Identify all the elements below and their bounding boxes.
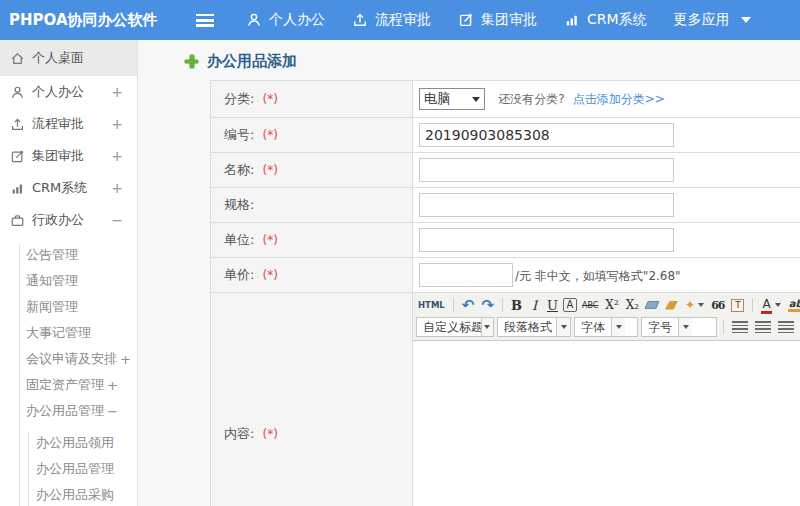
custom-heading-dropdown[interactable]: 自定义标题 — [416, 317, 494, 337]
strikethrough-button[interactable]: ABC — [580, 296, 600, 314]
subitem-label: 办公用品领用 — [36, 434, 114, 452]
required-mark: (*) — [263, 233, 278, 247]
expand-plus-icon[interactable]: + — [111, 84, 123, 100]
caret-down-icon — [775, 303, 781, 307]
page-title-text: 办公用品添加 — [207, 52, 297, 71]
sidebar-subitem-news-mgmt[interactable]: 新闻管理 — [0, 294, 137, 320]
spec-value-cell — [413, 188, 800, 223]
sidebar-item-group-approval[interactable]: 集团审批 + — [0, 140, 137, 172]
caret-down-icon — [611, 318, 625, 336]
sidebar-subitem-fixed-assets-mgmt[interactable]: 固定资产管理 + — [0, 372, 137, 398]
sidebar-item-personal-desktop[interactable]: 个人桌面 — [0, 40, 137, 76]
field-label: 单价: — [224, 267, 254, 282]
form-row-name: 名称: (*) — [211, 153, 800, 188]
dropdown-label: 自定义标题 — [417, 319, 481, 336]
expand-plus-icon[interactable]: + — [111, 148, 123, 164]
wand-icon: ✦ — [685, 298, 695, 312]
subitem-label: 通知管理 — [26, 272, 78, 290]
format-brush-icon[interactable] — [663, 296, 680, 314]
blockquote-button[interactable]: 66 — [709, 296, 726, 314]
field-label: 名称: — [224, 162, 254, 177]
sidebar-subitem-supplies-claim[interactable]: 办公用品领用 — [0, 430, 137, 456]
align-left-icon[interactable] — [730, 318, 750, 336]
field-label: 内容: — [224, 426, 254, 441]
toolbar-separator — [752, 298, 753, 312]
sidebar-item-workflow-approval[interactable]: 流程审批 + — [0, 108, 137, 140]
bold-button[interactable]: B — [509, 296, 524, 314]
code-label-cell: 编号: (*) — [211, 118, 413, 153]
sidebar-subitem-notice-mgmt[interactable]: 通知管理 — [0, 268, 137, 294]
subitem-label: 办公用品管理 — [26, 402, 104, 420]
subitem-label: 新闻管理 — [26, 298, 78, 316]
editor-content-area[interactable] — [413, 341, 800, 506]
upload-icon — [10, 117, 25, 132]
nav-label: 集团审批 — [481, 11, 537, 29]
expand-plus-icon[interactable]: + — [111, 180, 123, 196]
nav-workflow-approval[interactable]: 流程审批 — [352, 11, 431, 29]
sidebar-subitem-supplies-purchase[interactable]: 办公用品采购 — [0, 482, 137, 506]
sidebar-item-label: 流程审批 — [32, 115, 84, 133]
nav-crm-system[interactable]: CRM系统 — [564, 11, 647, 29]
form-row-unit: 单位: (*) — [211, 223, 800, 258]
paste-text-button[interactable]: T — [729, 296, 746, 314]
toolbar-separator — [723, 320, 724, 334]
form-row-category: 分类: (*) 电脑 还没有分类? 点击添加分类>> — [211, 81, 800, 118]
font-family-dropdown[interactable]: 字体 — [574, 317, 638, 337]
expand-plus-icon[interactable]: + — [111, 116, 123, 132]
subscript-button[interactable]: X₂ — [624, 296, 641, 314]
code-input[interactable] — [419, 123, 674, 147]
expand-plus-icon[interactable]: + — [120, 352, 131, 367]
sidebar-item-label: CRM系统 — [32, 179, 87, 197]
highlight-color-button[interactable]: ab — [786, 296, 800, 314]
nav-more-apps[interactable]: 更多应用 — [674, 11, 751, 29]
font-border-button[interactable]: A — [563, 298, 577, 312]
sidebar-subitem-announcement-mgmt[interactable]: 公告管理 — [0, 242, 137, 268]
editor-toolbar-row-1: HTML ↶ ↷ B I U A ABC X² — [416, 294, 800, 316]
sidebar-item-crm-system[interactable]: CRM系统 + — [0, 172, 137, 204]
toolbar-separator — [453, 298, 454, 312]
price-format-hint: /元 非中文，如填写格式"2.68" — [515, 269, 681, 283]
html-source-button[interactable]: HTML — [416, 296, 447, 314]
expand-plus-icon[interactable]: + — [107, 378, 118, 393]
menu-toggle-icon[interactable] — [196, 14, 214, 27]
sidebar-item-admin-office[interactable]: 行政办公 − — [0, 204, 137, 236]
sidebar-item-label: 集团审批 — [32, 147, 84, 165]
align-right-icon[interactable] — [776, 318, 796, 336]
category-select[interactable]: 电脑 — [419, 88, 485, 110]
sidebar-item-label: 个人办公 — [32, 83, 84, 101]
unit-input[interactable] — [419, 228, 674, 252]
form-row-price: 单价: (*) /元 非中文，如填写格式"2.68" — [211, 258, 800, 293]
sidebar-subitem-memorabilia-mgmt[interactable]: 大事记管理 — [0, 320, 137, 346]
name-input[interactable] — [419, 158, 674, 182]
price-value-cell: /元 非中文，如填写格式"2.68" — [413, 258, 800, 293]
font-size-dropdown[interactable]: 字号 — [641, 317, 717, 337]
paragraph-format-dropdown[interactable]: 段落格式 — [497, 317, 571, 337]
sidebar-item-personal-office[interactable]: 个人办公 + — [0, 76, 137, 108]
italic-button[interactable]: I — [527, 296, 542, 314]
font-color-button[interactable]: A — [759, 296, 782, 314]
content-label-cell: 内容: (*) — [211, 293, 413, 506]
add-category-link[interactable]: 点击添加分类>> — [573, 92, 665, 106]
align-center-icon[interactable] — [753, 318, 773, 336]
collapse-minus-icon[interactable]: − — [111, 212, 123, 228]
nav-personal-office[interactable]: 个人办公 — [246, 11, 325, 29]
required-mark: (*) — [263, 268, 278, 282]
required-mark: (*) — [263, 427, 278, 441]
caret-down-icon — [481, 318, 493, 336]
eraser-icon[interactable] — [644, 296, 660, 314]
superscript-button[interactable]: X² — [603, 296, 620, 314]
underline-button[interactable]: U — [545, 296, 560, 314]
rich-text-editor: HTML ↶ ↷ B I U A ABC X² — [413, 293, 800, 506]
collapse-minus-icon[interactable]: − — [107, 404, 118, 419]
undo-icon[interactable]: ↶ — [460, 296, 477, 314]
redo-icon[interactable]: ↷ — [479, 296, 496, 314]
auto-typeset-button[interactable]: ✦ — [683, 296, 706, 314]
nav-group-approval[interactable]: 集团审批 — [458, 11, 537, 29]
sidebar-subitem-office-supplies-mgmt[interactable]: 办公用品管理 − — [0, 398, 137, 424]
sidebar-subitem-meeting-request[interactable]: 会议申请及安排+ — [0, 346, 137, 372]
price-input[interactable] — [419, 263, 513, 287]
spec-input[interactable] — [419, 193, 674, 217]
sidebar-subitem-supplies-manage[interactable]: 办公用品管理 — [0, 456, 137, 482]
dropdown-label: 字体 — [575, 319, 611, 336]
category-hint-text: 还没有分类? — [498, 92, 564, 106]
